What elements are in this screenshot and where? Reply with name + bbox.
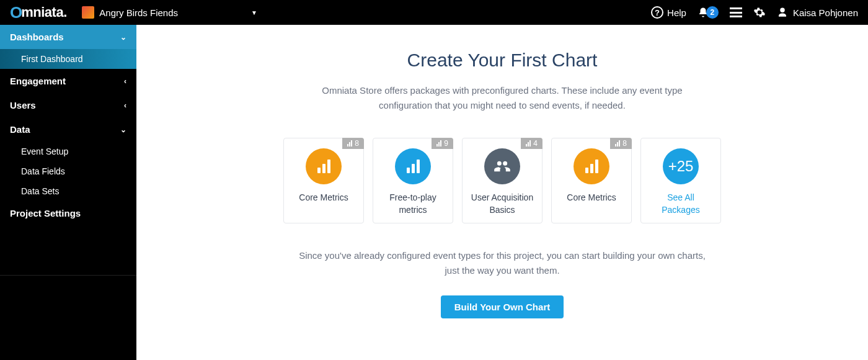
package-card[interactable]: 8 Core Metrics (551, 138, 632, 223)
card-icon-circle (395, 148, 431, 184)
sidebar-item-dashboards[interactable]: Dashboards ⌄ (0, 25, 136, 49)
sidebar-divider (0, 275, 136, 276)
project-icon (82, 6, 94, 19)
package-cards: 8 Core Metrics 9 Free-to-play metrics (283, 138, 721, 223)
card-badge: 8 (342, 138, 364, 149)
main-content: Create Your First Chart Omniata Store of… (136, 25, 868, 360)
project-name: Angry Birds Fiends (99, 7, 178, 18)
sidebar-sub-data-sets[interactable]: Data Sets (0, 181, 136, 201)
card-icon-circle (484, 148, 520, 184)
sidebar-item-data[interactable]: Data ⌄ (0, 117, 136, 142)
sidebar-item-engagement[interactable]: Engagement ‹ (0, 69, 136, 93)
notifications-button[interactable]: 2 (698, 6, 719, 19)
bars-icon (407, 160, 420, 173)
bars-icon (585, 160, 598, 173)
sidebar-sub-event-setup[interactable]: Event Setup (0, 142, 136, 161)
notification-badge: 2 (706, 6, 719, 19)
chevron-left-icon: ‹ (124, 77, 126, 86)
sidebar-item-label: Dashboards (10, 32, 64, 42)
sidebar-item-label: Data (10, 124, 30, 135)
help-label: Help (667, 7, 686, 18)
card-icon-circle (574, 148, 609, 184)
sidebar-item-label: Project Settings (10, 208, 81, 218)
card-badge: 9 (432, 138, 453, 149)
caret-down-icon: ▼ (251, 9, 257, 16)
sidebar-item-project-settings[interactable]: Project Settings (0, 201, 136, 225)
help-link[interactable]: ? Help (651, 6, 686, 19)
see-all-link: See All Packages (647, 192, 714, 216)
topbar: O mniata. Angry Birds Fiends ▼ ? Help 2 … (0, 0, 868, 25)
mini-bars-icon (436, 140, 441, 146)
page-title: Create Your First Chart (407, 50, 598, 71)
card-label: Core Metrics (299, 192, 348, 204)
package-card[interactable]: 4 User Acquisition Basics (462, 138, 542, 223)
mini-bars-icon (526, 140, 531, 146)
badge-count: 4 (533, 139, 538, 148)
people-icon (494, 158, 511, 175)
sidebar-item-label: Data Fields (21, 166, 65, 176)
build-chart-button[interactable]: Build Your Own Chart (441, 295, 564, 318)
chevron-left-icon: ‹ (124, 101, 126, 110)
user-icon (777, 7, 788, 18)
package-card[interactable]: 9 Free-to-play metrics (373, 138, 453, 223)
chevron-down-icon: ⌄ (120, 125, 126, 134)
sidebar-item-label: Data Sets (21, 186, 59, 196)
sidebar-item-label: Users (10, 100, 36, 110)
card-badge: 4 (521, 138, 542, 149)
mini-bars-icon (615, 140, 620, 146)
user-menu[interactable]: Kaisa Pohjonen (777, 7, 858, 18)
chevron-down-icon: ⌄ (120, 33, 126, 42)
page-subtitle: Omniata Store offers packages with preco… (310, 83, 694, 113)
card-icon-circle (306, 148, 342, 184)
card-label: Core Metrics (567, 192, 616, 204)
badge-count: 9 (444, 139, 448, 148)
bars-icon (317, 160, 330, 173)
help-icon: ? (651, 6, 663, 19)
sidebar-item-label: First Dashboard (21, 54, 83, 64)
see-all-packages-card[interactable]: +25 See All Packages (640, 138, 721, 223)
badge-count: 8 (355, 139, 359, 148)
menu-icon[interactable] (730, 7, 742, 17)
logo-text: mniata (21, 4, 63, 20)
badge-count: 8 (622, 139, 627, 148)
user-name: Kaisa Pohjonen (793, 7, 858, 18)
sidebar-item-users[interactable]: Users ‹ (0, 93, 136, 117)
logo-mark: O (10, 3, 22, 22)
package-card[interactable]: 8 Core Metrics (283, 138, 364, 223)
bottom-text: Since you've already configured event ty… (298, 248, 707, 278)
sidebar-item-label: Event Setup (21, 146, 68, 156)
sidebar-sub-data-fields[interactable]: Data Fields (0, 161, 136, 181)
project-switcher[interactable]: Angry Birds Fiends ▼ (82, 6, 257, 19)
mini-bars-icon (347, 140, 352, 146)
logo[interactable]: O mniata. (10, 3, 67, 22)
plus-count-circle: +25 (663, 148, 699, 184)
card-label: User Acquisition Basics (469, 192, 536, 216)
gear-icon[interactable] (753, 6, 766, 19)
sidebar-sub-first-dashboard[interactable]: First Dashboard (0, 49, 136, 69)
sidebar: Dashboards ⌄ First Dashboard Engagement … (0, 25, 136, 360)
card-label: Free-to-play metrics (379, 192, 446, 216)
card-badge: 8 (610, 138, 632, 149)
sidebar-item-label: Engagement (10, 76, 66, 86)
